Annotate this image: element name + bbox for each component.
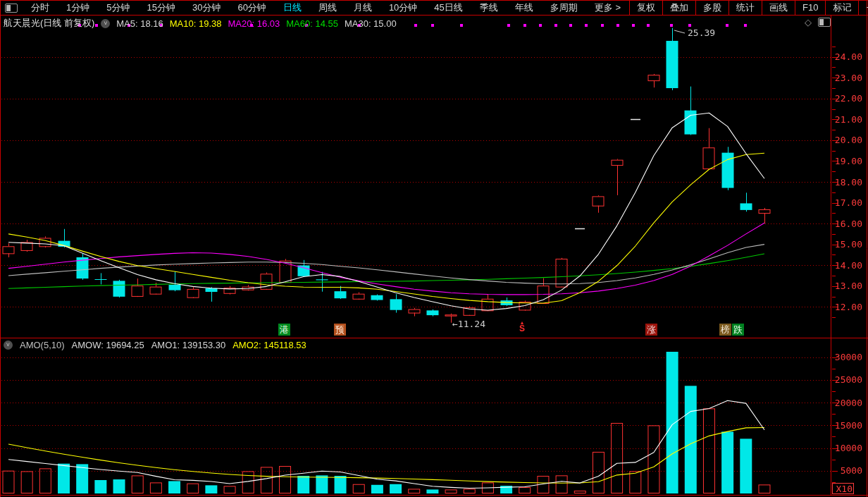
period-tab-5分钟[interactable]: 5分钟 [98,0,138,16]
event-badge-榜[interactable]: 榜 [719,324,731,336]
amo-legend-item: AMO2: 145118.53 [232,340,306,350]
toolbar-button-画线[interactable]: 画线 [762,0,795,16]
toolbar-button-叠加[interactable]: 叠加 [662,0,695,16]
period-tab-多周期[interactable]: 多周期 [542,0,586,16]
period-tab-10分钟[interactable]: 10分钟 [380,0,426,16]
amo-header: ˅ AMO(5,10)AMOW: 19694.25AMO1: 139153.30… [0,339,831,351]
event-badge-涨[interactable]: 涨 [645,324,657,336]
chevron-down-circle-icon[interactable]: ˅ [4,340,13,350]
diamond-icon[interactable]: ◇ [805,18,812,27]
period-tab-月线[interactable]: 月线 [345,0,380,16]
amo-legend-item: AMOW: 19694.25 [72,340,144,350]
toolbar-button-统计[interactable]: 统计 [728,0,762,16]
period-tab-年线[interactable]: 年线 [507,0,542,16]
chevron-down-circle-icon[interactable]: ˅ [101,19,110,28]
period-tab-60分钟[interactable]: 60分钟 [229,0,274,16]
period-tabs: 分时1分钟5分钟15分钟30分钟60分钟日线周线月线10分钟45日线季线年线多周… [23,0,629,16]
toolbar-button-F10[interactable]: F10 [795,0,825,16]
period-tab-更多 >[interactable]: 更多 > [586,0,629,16]
event-badge-港[interactable]: 港 [278,324,290,336]
header-right-icons: ◇ [805,18,831,27]
ma-legend-item: MA5: 18.16 [116,18,163,29]
signal-marker-S[interactable]: ▴S [519,320,525,333]
toolbar-button-多股[interactable]: 多股 [695,0,728,16]
period-toolbar: 分时1分钟5分钟15分钟30分钟60分钟日线周线月线10分钟45日线季线年线多周… [0,0,868,16]
ma-legend-item: MA20: 16.03 [228,18,280,29]
period-tab-日线[interactable]: 日线 [275,0,310,16]
ma-legend-item: MA10: 19.38 [170,18,222,29]
period-tab-季线[interactable]: 季线 [471,0,507,16]
signal-marker-label: S [519,325,525,333]
period-tab-30分钟[interactable]: 30分钟 [184,0,229,16]
ma-legend-item: MA60: 14.55 [286,18,338,29]
amo-legend: AMO(5,10)AMOW: 19694.25AMO1: 139153.30AM… [20,340,306,350]
amo-legend-item: AMO(5,10) [20,340,65,350]
event-badge-预[interactable]: 预 [334,324,346,336]
kline-chart-canvas[interactable] [0,0,868,497]
ma-legend: MA5: 18.16MA10: 19.38MA20: 16.03MA60: 14… [116,18,396,29]
amo-legend-item: AMO1: 139153.30 [151,340,226,350]
split-window-icon[interactable] [5,4,18,13]
toolbar-button-复权[interactable]: 复权 [629,0,662,16]
period-tab-分时[interactable]: 分时 [23,0,58,16]
period-tab-1分钟[interactable]: 1分钟 [58,0,98,16]
toolbar-button-+自选[interactable]: +自选 [858,0,868,16]
stock-header: 航天晨光(日线 前复权) ˅ MA5: 18.16MA10: 19.38MA20… [0,16,831,31]
panel-icon[interactable] [818,18,831,27]
period-tab-45日线[interactable]: 45日线 [426,0,471,16]
toolbar-button-标记[interactable]: 标记 [825,0,858,16]
toolbar-actions: 复权叠加多股统计画线F10标记+自选返回 [629,0,868,16]
event-badge-跌[interactable]: 跌 [732,324,744,336]
period-tab-15分钟[interactable]: 15分钟 [138,0,183,16]
stock-title: 航天晨光(日线 前复权) [4,17,94,30]
period-tab-周线[interactable]: 周线 [310,0,345,16]
ma-legend-item: MA30: 15.00 [345,18,397,29]
